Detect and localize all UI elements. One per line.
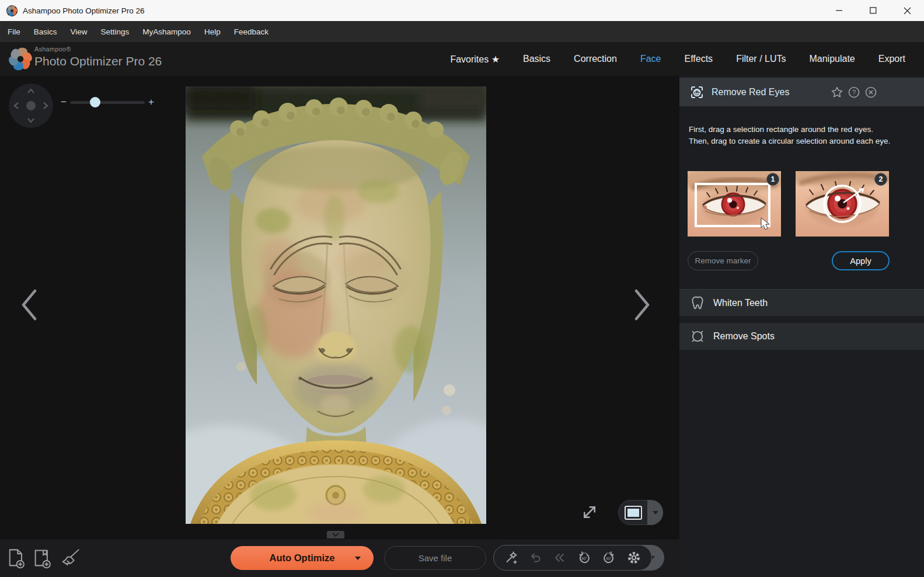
photo-canvas[interactable] [186,86,486,524]
main-nav-tabs: Favorites ★ Basics Correction Face Effec… [450,42,924,76]
next-image-button[interactable] [630,287,654,322]
window-controls [822,0,924,21]
undo-icon[interactable] [528,551,542,565]
bottom-toolbar: Auto Optimize Save file [0,538,679,577]
zoom-in-button[interactable]: + [146,96,156,108]
brand-product: Photo Optimizer Pro 26 [34,55,162,67]
rotate-right-label: 90° [606,557,612,561]
previous-image-button[interactable] [18,287,41,322]
auto-optimize-label: Auto Optimize [270,552,335,564]
tool-item-remove-spots[interactable]: Remove Spots [679,323,924,350]
pan-down-icon[interactable] [27,117,35,123]
add-file-icon[interactable] [7,548,26,569]
view-mode-dropdown[interactable] [647,500,663,525]
menu-item-settings[interactable]: Settings [101,27,130,36]
auto-optimize-button[interactable]: Auto Optimize [231,546,374,570]
app-logo-icon [6,5,18,17]
rotate-right-icon[interactable]: 90° [602,551,616,565]
menu-item-feedback[interactable]: Feedback [234,27,269,36]
view-mode-button[interactable] [618,500,648,525]
pan-up-icon[interactable] [27,88,35,94]
app-window: Ashampoo Photo Optimizer Pro 26 File Bas… [0,0,924,577]
favorite-star-icon[interactable] [831,86,843,99]
rotate-left-label: 90° [581,557,587,561]
rotate-left-icon[interactable]: 90° [577,551,591,565]
tooth-icon [690,296,705,311]
menu-item-view[interactable]: View [71,27,88,36]
zoom-out-button[interactable]: − [58,96,69,108]
close-panel-icon[interactable] [864,86,877,99]
tab-basics[interactable]: Basics [523,54,550,64]
brand-text: Ashampoo® Photo Optimizer Pro 26 [34,46,162,67]
menu-item-help[interactable]: Help [204,27,221,36]
menu-item-basics[interactable]: Basics [34,27,57,36]
pan-left-icon[interactable] [13,102,19,110]
tab-manipulate[interactable]: Manipulate [809,54,855,64]
settings-gear-icon[interactable] [626,550,641,565]
buddha-statue-photo [186,86,486,524]
fit-to-screen-icon[interactable] [581,503,598,521]
svg-text:?: ? [852,89,856,96]
menu-bar: File Basics View Settings MyAshampoo Hel… [0,21,924,42]
tool-actions: Remove marker Apply [679,251,924,270]
clear-broom-icon[interactable] [60,548,81,569]
tab-favorites[interactable]: Favorites ★ [450,54,500,65]
single-view-icon [625,506,642,520]
add-from-clipboard-icon[interactable] [32,548,53,569]
chevron-down-icon [332,533,339,537]
target-icon [690,329,705,344]
editor-canvas-area: − + [0,76,679,538]
tool-panel: Remove Red Eyes ? First, drag a selectio… [679,76,924,577]
menu-item-myashampoo[interactable]: MyAshampoo [142,27,191,36]
tool-instructions: First, drag a selection rectangle around… [689,124,894,147]
step-badge: 1 [766,173,779,186]
tool-panel-header: Remove Red Eyes ? [679,78,924,106]
step-badge: 2 [874,173,887,186]
filmstrip-collapse-handle[interactable] [327,531,344,538]
zoom-slider-track[interactable] [70,101,145,104]
help-icon[interactable]: ? [848,86,860,99]
tab-correction[interactable]: Correction [574,54,617,64]
tool-panel-title: Remove Red Eyes [712,87,789,98]
step2-example-image: 2 [796,171,889,237]
ashampoo-swirl-logo [7,46,34,72]
menu-item-file[interactable]: File [8,27,20,36]
tool-item-label: Whiten Teeth [713,298,768,308]
apply-button[interactable]: Apply [832,251,890,270]
title-bar: Ashampoo Photo Optimizer Pro 26 [0,0,924,21]
zoom-slider-thumb[interactable] [90,97,100,107]
pan-center-dot[interactable] [26,101,36,110]
face-scan-icon [689,85,705,100]
tool-item-label: Remove Spots [713,331,775,342]
app-header: Ashampoo® Photo Optimizer Pro 26 Favorit… [0,42,924,76]
step1-example-image: 1 [688,171,781,237]
window-title: Ashampoo Photo Optimizer Pro 26 [23,6,145,15]
close-button[interactable] [890,0,924,21]
brand-company: Ashampoo® [34,46,162,53]
tab-face[interactable]: Face [640,54,661,64]
maximize-button[interactable] [856,0,890,21]
save-file-button[interactable]: Save file [384,546,486,570]
undo-all-icon[interactable] [553,551,567,565]
tool-item-whiten-teeth[interactable]: Whiten Teeth [679,289,924,316]
minimize-button[interactable] [822,0,856,21]
pan-control[interactable] [9,84,53,128]
pan-right-icon[interactable] [43,102,48,110]
remove-marker-button[interactable]: Remove marker [688,251,758,270]
auto-optimize-dropdown-caret[interactable] [355,557,361,560]
tab-filter-luts[interactable]: Filter / LUTs [736,54,786,64]
tab-export[interactable]: Export [878,54,905,64]
tab-effects[interactable]: Effects [685,54,713,64]
zoom-slider: − + [58,96,156,109]
view-mode-selector[interactable] [618,500,663,525]
edit-toolbar: 90° 90° [493,545,664,571]
magic-wand-icon[interactable] [504,551,518,565]
